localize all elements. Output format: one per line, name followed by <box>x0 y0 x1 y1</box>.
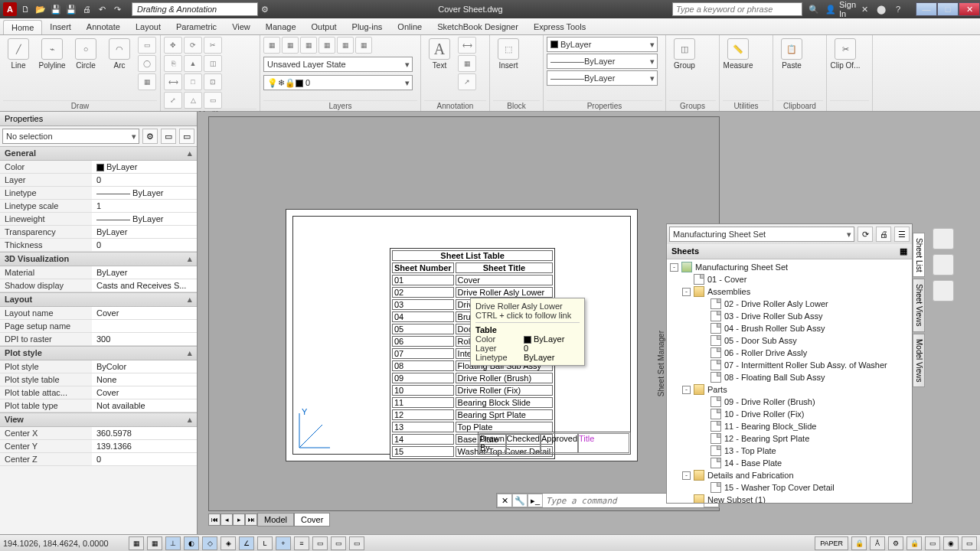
tab-online[interactable]: Online <box>390 20 430 34</box>
viewcube-icon[interactable] <box>933 228 954 249</box>
maximize-button[interactable]: □ <box>937 2 959 16</box>
annovisibility-icon[interactable]: Å <box>870 536 885 550</box>
expand-icon[interactable]: - <box>682 386 691 394</box>
tree-node[interactable]: 08 - Floating Ball Sub Assy <box>668 371 910 383</box>
nav-bar[interactable] <box>931 227 977 305</box>
app-menu-icon[interactable]: A <box>3 2 17 16</box>
prop-category[interactable]: Layout <box>0 292 197 307</box>
leader-icon[interactable]: ↗ <box>458 73 476 90</box>
modify-tool-icon[interactable]: △ <box>184 92 202 109</box>
prop-row[interactable]: DPI to raster300 <box>0 333 197 346</box>
tree-node[interactable]: 15 - Washer Top Cover Detail <box>668 481 910 494</box>
table-row[interactable]: 11Bearing Block Slide <box>392 397 553 408</box>
layer-state-combo[interactable]: Unsaved Layer State <box>263 57 413 72</box>
tree-node[interactable]: 12 - Bearing Sprt Plate <box>668 432 910 445</box>
prop-row[interactable]: Center Y139.1366 <box>0 440 197 453</box>
table-row[interactable]: 10Drive Roller (Fix) <box>392 385 553 396</box>
drawing-window[interactable]: Sheet List Table Sheet NumberSheet Title… <box>208 116 720 511</box>
modify-tool-icon[interactable]: ⎘ <box>164 55 182 72</box>
select-objects-icon[interactable]: ▭ <box>161 129 176 144</box>
undo-icon[interactable]: ↶ <box>95 2 109 16</box>
modify-tool-icon[interactable]: ⟳ <box>184 37 202 54</box>
prop-category[interactable]: General <box>0 146 197 161</box>
annoscale-icon[interactable]: 🔒 <box>851 536 867 550</box>
modify-tool-icon[interactable]: ⟷ <box>164 73 182 90</box>
prop-row[interactable]: Layer0 <box>0 174 197 187</box>
redo-icon[interactable]: ↷ <box>110 2 124 16</box>
modify-tool-icon[interactable]: ⤢ <box>164 92 182 109</box>
toolbar-lock-icon[interactable]: 🔒 <box>906 536 922 550</box>
expand-icon[interactable]: - <box>682 471 691 480</box>
measure-button[interactable]: 📏Measure <box>723 37 753 70</box>
tab-express-tools[interactable]: Express Tools <box>526 20 593 34</box>
tree-node[interactable]: -Details and Fabrication <box>668 469 910 481</box>
3dosnap-toggle[interactable]: ◈ <box>220 536 236 550</box>
tree-node[interactable]: 10 - Drive Roller (Fix) <box>668 408 910 420</box>
layer-icon[interactable]: ▦ <box>263 37 280 54</box>
paste-button[interactable]: 📋Paste <box>776 37 807 70</box>
prop-row[interactable]: Plot table typeNot available <box>0 399 197 412</box>
modify-tool-icon[interactable]: ✥ <box>164 37 182 54</box>
prop-row[interactable]: Center Z0 <box>0 453 197 466</box>
prop-row[interactable]: Plot styleByColor <box>0 360 197 373</box>
layer-icon[interactable]: ▦ <box>282 37 299 54</box>
workspace-btn-icon[interactable]: ⚙ <box>261 5 269 15</box>
layer-icon[interactable]: ▦ <box>337 37 354 54</box>
layer-icon[interactable]: ▦ <box>318 37 335 54</box>
table-row[interactable]: 13Top Plate <box>392 422 553 432</box>
dyn-toggle[interactable]: + <box>276 536 291 550</box>
prop-row[interactable]: Layout nameCover <box>0 307 197 320</box>
layer-current-combo[interactable]: 💡❄🔒0 <box>263 75 413 90</box>
tab-parametric[interactable]: Parametric <box>168 20 224 34</box>
save-icon[interactable]: 💾 <box>49 2 63 16</box>
osnap-toggle[interactable]: ◇ <box>202 536 217 550</box>
ssm-tree[interactable]: -Manufacturing Sheet Set01 - Cover-Assem… <box>667 259 912 503</box>
layout-nav-prev[interactable]: ◂ <box>220 514 233 526</box>
search-icon[interactable]: 🔍 <box>807 2 821 16</box>
polyline-button[interactable]: ⌁Polyline <box>37 37 67 70</box>
prop-row[interactable]: MaterialByLayer <box>0 266 197 279</box>
layout-tab[interactable]: Cover <box>294 513 330 527</box>
infocenter-search[interactable] <box>672 2 802 16</box>
prop-row[interactable]: Plot table attac...Cover <box>0 386 197 399</box>
tab-manage[interactable]: Manage <box>258 20 304 34</box>
tab-annotate[interactable]: Annotate <box>79 20 128 34</box>
draw-small-icon[interactable]: ◯ <box>138 55 156 72</box>
layer-icon[interactable]: ▦ <box>355 37 372 54</box>
tree-node[interactable]: 07 - Intermittent Roller Sub Assy. of Wa… <box>668 359 910 371</box>
prop-row[interactable]: Lineweight———— ByLayer <box>0 213 197 226</box>
circle-button[interactable]: ○Circle <box>70 37 101 70</box>
ortho-toggle[interactable]: ⊥ <box>165 536 181 550</box>
prop-row[interactable]: Center X360.5978 <box>0 427 197 440</box>
prop-category[interactable]: Plot style <box>0 346 197 360</box>
tree-node[interactable]: 06 - Roller Drive Assly <box>668 347 910 359</box>
ssm-tab[interactable]: Sheet List <box>913 233 925 277</box>
expand-icon[interactable]: - <box>682 288 691 296</box>
tpy-toggle[interactable]: ▭ <box>312 536 328 550</box>
insert-button[interactable]: ⬚Insert <box>493 37 524 70</box>
signin-label[interactable]: Sign In <box>841 2 854 16</box>
draw-small-icon[interactable]: ▭ <box>138 37 156 54</box>
draw-small-icon[interactable]: ▦ <box>138 73 156 90</box>
tree-node[interactable]: 01 - Cover <box>668 273 910 285</box>
otrack-toggle[interactable]: ∠ <box>239 536 254 550</box>
tree-node[interactable]: 02 - Drive Roller Asly Lower <box>668 298 910 310</box>
modify-tool-icon[interactable]: ▲ <box>184 55 202 72</box>
table-row[interactable]: 09Drive Roller (Brush) <box>392 373 553 383</box>
modify-tool-icon[interactable]: ✂ <box>204 37 222 54</box>
cmd-close-icon[interactable]: ✕ <box>497 494 512 507</box>
tab-plug-ins[interactable]: Plug-ins <box>345 20 390 34</box>
layout-nav-first[interactable]: ⏮ <box>208 514 220 526</box>
expand-icon[interactable]: - <box>670 263 678 272</box>
table-icon[interactable]: ▦ <box>458 55 476 72</box>
layout-nav-next[interactable]: ▸ <box>233 514 245 526</box>
modify-tool-icon[interactable]: □ <box>184 73 202 90</box>
tree-node[interactable]: -Parts <box>668 383 910 396</box>
cmd-tools-icon[interactable]: 🔧 <box>512 494 528 507</box>
pan-icon[interactable] <box>933 254 954 276</box>
tree-node[interactable]: 09 - Drive Roller (Brush) <box>668 396 910 408</box>
prop-row[interactable]: Linetype———— ByLayer <box>0 187 197 200</box>
workspace-combo[interactable]: Drafting & Annotation <box>132 2 258 16</box>
tree-node[interactable]: 11 - Bearing Block_Slide <box>668 420 910 432</box>
tab-output[interactable]: Output <box>304 20 345 34</box>
